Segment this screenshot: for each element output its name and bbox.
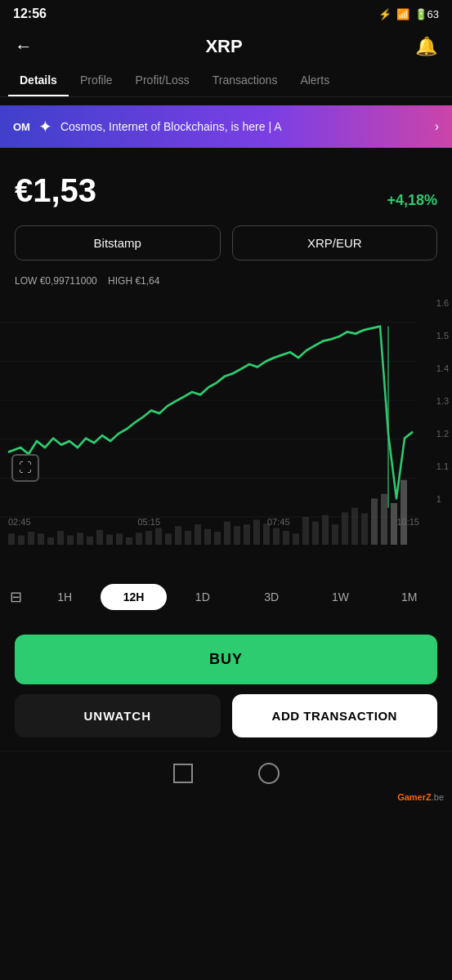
unwatch-button[interactable]: UNWATCH (15, 694, 221, 737)
home-circle-icon[interactable] (258, 763, 280, 784)
status-icons: ⚡ 📶 🔋63 (378, 8, 439, 20)
price-change: +4,18% (387, 182, 437, 209)
chart-x-axis: 02:45 05:15 07:45 10:15 (8, 517, 419, 527)
svg-rect-10 (47, 537, 54, 545)
svg-rect-24 (185, 531, 191, 545)
price-high: HIGH €1,64 (108, 275, 159, 287)
exchange-row: Bitstamp XRP/EUR (0, 216, 452, 270)
x-label-4: 10:15 (396, 517, 419, 527)
bell-icon[interactable]: 🔔 (415, 36, 437, 57)
y-label-6: 1.1 (436, 461, 449, 471)
signal-icon: 📶 (396, 8, 409, 20)
svg-rect-21 (155, 528, 162, 545)
svg-rect-14 (87, 537, 93, 545)
svg-rect-19 (136, 532, 142, 545)
svg-rect-13 (77, 532, 83, 545)
current-price: €1,53 (15, 172, 96, 209)
svg-rect-30 (244, 524, 250, 545)
back-button[interactable]: ← (15, 36, 33, 57)
time-1m[interactable]: 1M (377, 584, 442, 610)
xrp-eur-button[interactable]: XRP/EUR (232, 225, 438, 261)
time-3d[interactable]: 3D (239, 584, 304, 610)
time-12h[interactable]: 12H (101, 584, 166, 610)
svg-rect-15 (96, 530, 103, 545)
y-label-5: 1.2 (436, 429, 449, 439)
watermark: GamerZ.be (0, 791, 452, 804)
add-transaction-button[interactable]: ADD TRANSACTION (232, 694, 438, 737)
action-row: UNWATCH ADD TRANSACTION (0, 694, 452, 751)
banner-text: Cosmos, Internet of Blockchains, is here… (60, 120, 435, 133)
svg-rect-9 (38, 533, 44, 545)
svg-rect-27 (214, 532, 221, 545)
svg-rect-35 (293, 533, 299, 545)
x-label-1: 02:45 (8, 517, 31, 527)
svg-rect-18 (126, 537, 132, 545)
page-title: XRP (205, 36, 242, 57)
x-label-2: 05:15 (137, 517, 160, 527)
svg-rect-33 (273, 528, 280, 545)
svg-rect-16 (106, 535, 113, 545)
svg-rect-6 (8, 533, 15, 545)
x-label-3: 07:45 (267, 517, 290, 527)
status-time: 12:56 (13, 7, 47, 21)
home-icon[interactable] (173, 764, 193, 783)
y-label-4: 1.3 (436, 396, 449, 406)
svg-rect-34 (283, 531, 289, 545)
price-stats: LOW €0,99711000 HIGH €1,64 (0, 270, 452, 295)
tab-profit-loss[interactable]: Profit/Loss (124, 65, 201, 96)
battery-icon: 🔋63 (414, 8, 439, 20)
y-label-2: 1.5 (436, 331, 449, 341)
watermark-brand: GamerZ (397, 792, 432, 802)
svg-rect-12 (67, 536, 74, 545)
chart-y-axis: 1.6 1.5 1.4 1.3 1.2 1.1 1 (436, 295, 449, 507)
filter-icon[interactable]: ⊟ (10, 588, 22, 606)
banner-arrow-icon: › (435, 119, 439, 134)
price-chart[interactable]: 1.6 1.5 1.4 1.3 1.2 1.1 1 02:45 05:15 07… (0, 295, 452, 572)
banner-star-icon: ✦ (38, 117, 52, 136)
zoom-icon[interactable]: ⛶ (11, 454, 39, 482)
tab-transactions[interactable]: Transactions (201, 65, 289, 96)
svg-rect-25 (195, 524, 201, 545)
svg-rect-46 (401, 480, 407, 545)
promo-banner[interactable]: OM ✦ Cosmos, Internet of Blockchains, is… (0, 105, 452, 148)
y-label-3: 1.4 (436, 363, 449, 373)
time-1h[interactable]: 1H (32, 584, 97, 610)
watermark-domain: .be (432, 792, 444, 802)
bluetooth-icon: ⚡ (378, 8, 392, 20)
svg-rect-39 (332, 524, 338, 545)
tab-alerts[interactable]: Alerts (289, 65, 341, 96)
tab-profile[interactable]: Profile (69, 65, 124, 96)
svg-rect-20 (145, 531, 152, 545)
header: ← XRP 🔔 (0, 28, 452, 65)
price-low: LOW €0,99711000 (15, 275, 97, 287)
status-bar: 12:56 ⚡ 📶 🔋63 (0, 0, 452, 28)
time-1d[interactable]: 1D (170, 584, 235, 610)
svg-rect-29 (234, 526, 240, 545)
buy-button[interactable]: BUY (15, 635, 437, 684)
time-selector: ⊟ 1H 12H 1D 3D 1W 1M (0, 572, 452, 621)
svg-rect-17 (116, 533, 123, 545)
bitstamp-button[interactable]: Bitstamp (15, 225, 221, 261)
svg-rect-7 (18, 536, 25, 545)
svg-rect-8 (28, 532, 34, 545)
price-section: €1,53 +4,18% (0, 156, 452, 216)
bottom-nav (0, 751, 452, 791)
time-1w[interactable]: 1W (307, 584, 373, 610)
svg-rect-23 (175, 526, 181, 545)
tab-details[interactable]: Details (8, 65, 69, 96)
y-label-7: 1 (436, 494, 449, 504)
tab-bar: Details Profile Profit/Loss Transactions… (0, 65, 452, 97)
svg-rect-11 (57, 531, 64, 545)
y-label-1: 1.6 (436, 298, 449, 308)
svg-rect-26 (204, 529, 211, 545)
banner-left-label: OM (13, 121, 30, 133)
svg-rect-22 (165, 533, 172, 545)
